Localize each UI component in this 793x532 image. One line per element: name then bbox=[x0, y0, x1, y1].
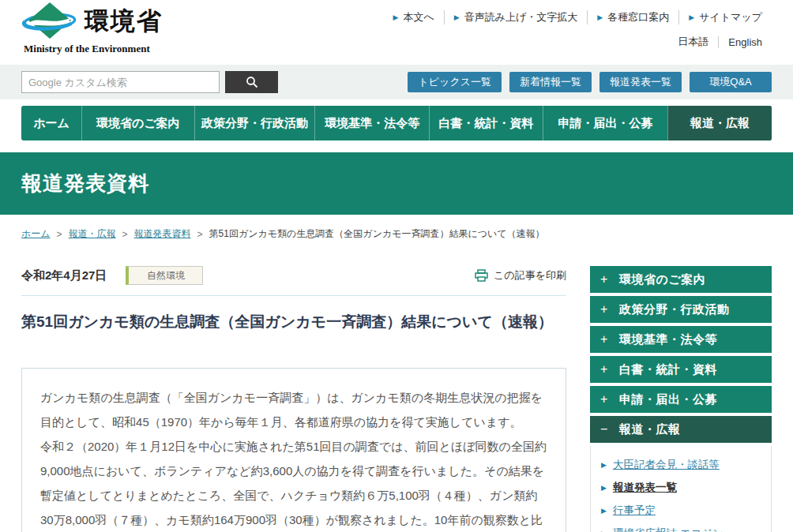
plus-icon: + bbox=[600, 332, 612, 347]
page-title-band: 報道発表資料 bbox=[0, 152, 793, 215]
sidebar-item-press[interactable]: − 報道・広報 bbox=[590, 416, 772, 443]
sidebar-item-standards[interactable]: + 環境基準・法令等 bbox=[590, 326, 772, 353]
article-date: 令和2年4月27日 bbox=[21, 268, 107, 283]
printer-icon bbox=[475, 269, 488, 282]
search-button[interactable] bbox=[225, 71, 278, 93]
arrow-right-icon: ▶ bbox=[454, 13, 460, 21]
arrow-right-icon: ▶ bbox=[601, 507, 607, 515]
topics-list-button[interactable]: トピックス一覧 bbox=[408, 72, 502, 92]
search-icon bbox=[246, 76, 258, 88]
breadcrumb-home[interactable]: ホーム bbox=[21, 227, 51, 241]
arrow-right-icon: ▶ bbox=[601, 484, 607, 492]
breadcrumb-press-releases[interactable]: 報道発表資料 bbox=[134, 227, 191, 241]
article-title: 第51回ガンカモ類の生息調査（全国ガンカモ一斉調査）結果について（速報） bbox=[21, 309, 566, 335]
lang-english[interactable]: English bbox=[718, 36, 772, 48]
article-meta: 令和2年4月27日 自然環境 この記事を印刷 bbox=[21, 266, 566, 285]
search-input[interactable] bbox=[21, 71, 220, 93]
quick-buttons: トピックス一覧 新着情報一覧 報道発表一覧 環境Q&A bbox=[408, 72, 772, 92]
plus-icon: + bbox=[600, 392, 612, 406]
utility-link-contact[interactable]: ▶ 各種窓口案内 bbox=[587, 10, 678, 24]
utility-link-main-content[interactable]: ▶ 本文へ bbox=[384, 10, 444, 24]
language-switcher: 日本語 English bbox=[668, 35, 772, 49]
submenu-item-ecojin[interactable]: ▶ 環境省広報誌 エコジン bbox=[601, 526, 765, 532]
print-label: この記事を印刷 bbox=[494, 268, 566, 283]
ministry-logo-icon bbox=[21, 2, 78, 41]
breadcrumb-press[interactable]: 報道・広報 bbox=[69, 227, 116, 241]
nav-item-home[interactable]: ホーム bbox=[21, 106, 81, 140]
nav-item-applications[interactable]: 申請・届出・公募 bbox=[543, 106, 667, 140]
nav-item-about[interactable]: 環境省のご案内 bbox=[81, 106, 194, 140]
article-paragraph: 令和２（2020）年１月12日を中心に実施された第51回目の調査では、前回とほぼ… bbox=[40, 434, 547, 532]
sidebar-item-policy[interactable]: + 政策分野・行政活動 bbox=[590, 296, 772, 323]
sidebar-item-about[interactable]: + 環境省のご案内 bbox=[590, 266, 772, 293]
arrow-right-icon: ▶ bbox=[601, 461, 607, 469]
main-navigation: ホーム 環境省のご案内 政策分野・行政活動 環境基準・法令等 白書・統計・資料 … bbox=[21, 106, 772, 140]
nav-item-press[interactable]: 報道・広報 bbox=[667, 106, 772, 140]
arrow-right-icon: ▶ bbox=[689, 13, 694, 21]
nav-item-policy[interactable]: 政策分野・行政活動 bbox=[194, 106, 315, 140]
category-badge[interactable]: 自然環境 bbox=[126, 266, 203, 285]
ministry-name: 環境省 bbox=[85, 5, 163, 38]
page-title: 報道発表資料 bbox=[21, 170, 149, 197]
search-band: トピックス一覧 新着情報一覧 報道発表一覧 環境Q&A bbox=[0, 65, 793, 99]
environment-qa-button[interactable]: 環境Q&A bbox=[690, 72, 772, 92]
article-paragraph: ガンカモ類の生息調査（「全国ガンカモ一斉調査」）は、ガンカモ類の冬期生息状況の把… bbox=[40, 385, 547, 434]
arrow-right-icon: ▶ bbox=[393, 13, 399, 21]
submenu-item-event-schedule[interactable]: ▶ 行事予定 bbox=[601, 504, 765, 518]
content-area: 令和2年4月27日 自然環境 この記事を印刷 第51回ガンカモ類の生息調査（全国… bbox=[0, 266, 793, 532]
nav-item-whitepaper[interactable]: 白書・統計・資料 bbox=[429, 106, 543, 140]
plus-icon: + bbox=[600, 302, 612, 317]
sidebar-item-whitepaper[interactable]: + 白書・統計・資料 bbox=[590, 356, 772, 383]
utility-link-accessibility[interactable]: ▶ 音声読み上げ・文字拡大 bbox=[444, 10, 588, 24]
submenu-item-press-conference[interactable]: ▶ 大臣記者会見・談話等 bbox=[601, 458, 765, 472]
breadcrumb: ホーム > 報道・広報 > 報道発表資料 > 第51回ガンカモ類の生息調査（全国… bbox=[21, 227, 772, 241]
plus-icon: + bbox=[600, 272, 612, 287]
sidebar-menu: + 環境省のご案内 + 政策分野・行政活動 + 環境基準・法令等 + 白書・統計… bbox=[590, 266, 772, 532]
sidebar-submenu: ▶ 大臣記者会見・談話等 ▶ 報道発表一覧 ▶ 行事予定 ▶ 環境省広報誌 エコ… bbox=[590, 446, 772, 532]
site-header: 環境省 Ministry of the Environment ▶ 本文へ ▶ … bbox=[0, 0, 793, 65]
ministry-logo[interactable]: 環境省 Ministry of the Environment bbox=[21, 2, 163, 55]
article-body: ガンカモ類の生息調査（「全国ガンカモ一斉調査」）は、ガンカモ類の冬期生息状況の把… bbox=[21, 368, 566, 532]
utility-links: ▶ 本文へ ▶ 音声読み上げ・文字拡大 ▶ 各種窓口案内 ▶ サイトマップ bbox=[384, 10, 772, 24]
minus-icon: − bbox=[600, 422, 612, 436]
submenu-item-press-release-list[interactable]: ▶ 報道発表一覧 bbox=[601, 481, 765, 495]
sidebar-item-applications[interactable]: + 申請・届出・公募 bbox=[590, 386, 772, 413]
ministry-name-en: Ministry of the Environment bbox=[24, 43, 163, 55]
print-article-button[interactable]: この記事を印刷 bbox=[475, 268, 566, 283]
lang-japanese[interactable]: 日本語 bbox=[668, 35, 718, 49]
meta-divider bbox=[21, 295, 566, 296]
new-info-list-button[interactable]: 新着情報一覧 bbox=[509, 72, 592, 92]
arrow-right-icon: ▶ bbox=[597, 13, 603, 21]
article-column: 令和2年4月27日 自然環境 この記事を印刷 第51回ガンカモ類の生息調査（全国… bbox=[21, 266, 566, 532]
plus-icon: + bbox=[600, 362, 612, 377]
breadcrumb-current: 第51回ガンカモ類の生息調査（全国ガンカモ一斉調査）結果について（速報） bbox=[209, 227, 545, 241]
press-release-list-button[interactable]: 報道発表一覧 bbox=[599, 72, 682, 92]
utility-link-sitemap[interactable]: ▶ サイトマップ bbox=[678, 10, 772, 24]
nav-item-standards[interactable]: 環境基準・法令等 bbox=[314, 106, 428, 140]
